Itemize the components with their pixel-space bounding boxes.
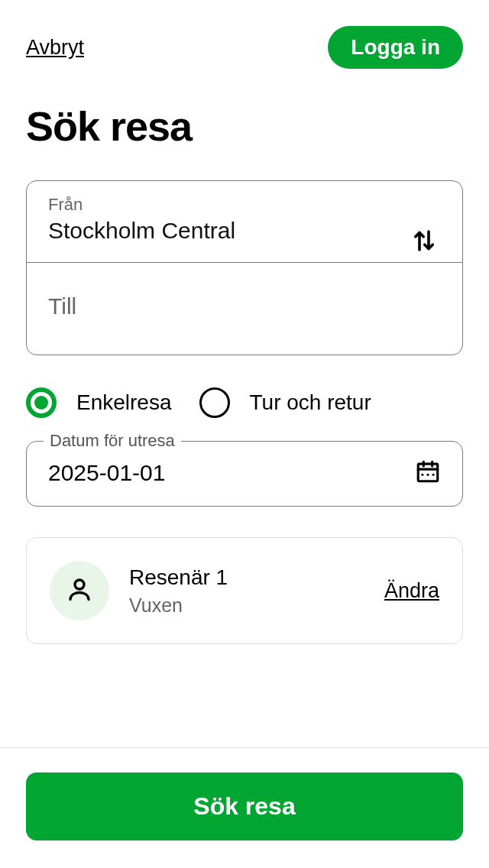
from-field[interactable]: Från Stockholm Central	[27, 181, 462, 262]
traveler-type: Vuxen	[129, 594, 364, 617]
date-legend: Datum för utresa	[44, 431, 181, 451]
departure-date-field[interactable]: Datum för utresa 2025-01-01	[26, 441, 463, 507]
radio-one-way[interactable]: Enkelresa	[26, 387, 172, 418]
traveler-name: Resenär 1	[129, 565, 364, 590]
stations-card: Från Stockholm Central Till	[26, 180, 463, 355]
person-icon	[66, 575, 93, 606]
search-button[interactable]: Sök resa	[26, 772, 463, 840]
from-label: Från	[48, 195, 441, 215]
trip-type-group: Enkelresa Tur och retur	[26, 387, 463, 418]
radio-one-way-label: Enkelresa	[76, 390, 172, 415]
svg-rect-0	[418, 464, 438, 481]
calendar-icon	[415, 458, 441, 487]
page-title: Sök resa	[26, 102, 463, 150]
to-field[interactable]: Till	[27, 262, 462, 355]
cancel-link[interactable]: Avbryt	[26, 36, 84, 60]
radio-round-trip[interactable]: Tur och retur	[199, 387, 371, 418]
traveler-card: Resenär 1 Vuxen Ändra	[26, 537, 463, 644]
date-value: 2025-01-01	[48, 460, 165, 486]
avatar	[50, 561, 109, 620]
top-bar: Avbryt Logga in	[26, 26, 463, 69]
swap-icon	[410, 245, 438, 257]
to-placeholder: Till	[48, 277, 441, 336]
from-value: Stockholm Central	[48, 218, 441, 244]
radio-checked-icon	[26, 387, 57, 418]
svg-point-1	[75, 580, 84, 589]
footer: Sök resa	[0, 747, 489, 868]
change-traveler-link[interactable]: Ändra	[384, 579, 439, 603]
swap-stations-button[interactable]	[406, 222, 442, 261]
login-button[interactable]: Logga in	[328, 26, 463, 69]
radio-unchecked-icon	[199, 387, 230, 418]
radio-round-trip-label: Tur och retur	[250, 390, 371, 415]
